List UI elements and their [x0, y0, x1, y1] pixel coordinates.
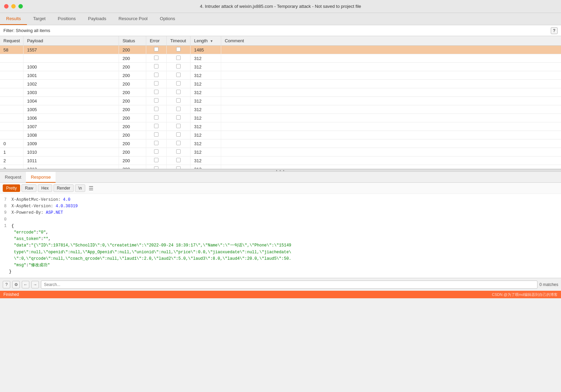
col-header-length[interactable]: Length ▼ — [191, 36, 221, 46]
format-pretty-button[interactable]: Pretty — [3, 184, 20, 192]
main-tabs: Results Target Positions Payloads Resour… — [0, 13, 561, 25]
filter-bar: Filter: Showing all items ? — [0, 25, 561, 36]
col-header-request[interactable]: Request — [0, 36, 24, 46]
table-row[interactable]: 1000200312 — [0, 63, 561, 71]
filter-text: Filter: Showing all items — [3, 28, 50, 33]
checkbox-icon — [176, 141, 181, 145]
checkbox-icon — [176, 124, 181, 128]
tab-positions[interactable]: Positions — [52, 13, 82, 25]
table-row[interactable]: 200312 — [0, 54, 561, 63]
bottom-toolbar: ? ⚙ ← → 0 matches — [0, 278, 561, 291]
results-table: Request Payload Status Error Timeout Len… — [0, 36, 561, 169]
tab-resource-pool[interactable]: Resource Pool — [112, 13, 154, 25]
tab-target[interactable]: Target — [27, 13, 51, 25]
results-table-container: Request Payload Status Error Timeout Len… — [0, 36, 561, 169]
resize-handle[interactable]: • • • — [0, 169, 561, 172]
help-toolbar-icon[interactable]: ? — [3, 281, 10, 288]
checkbox-icon — [154, 149, 158, 154]
col-header-payload[interactable]: Payload — [24, 36, 119, 46]
format-raw-button[interactable]: Raw — [21, 184, 36, 192]
table-row[interactable]: 1004200312 — [0, 97, 561, 105]
titlebar: 4. Intruder attack of weixin.jx885.com -… — [0, 0, 561, 13]
checkbox-icon — [154, 107, 158, 111]
format-render-button[interactable]: Render — [54, 184, 74, 192]
format-newline-button[interactable]: \n — [75, 184, 85, 192]
bottom-panel: Request Response Pretty Raw Hex Render \… — [0, 172, 561, 278]
code-line-9: 9 X-Powered-By: ASP.NET — [4, 210, 557, 216]
checkbox-icon — [154, 124, 158, 128]
col-header-timeout[interactable]: Timeout — [167, 36, 191, 46]
checkbox-icon — [176, 73, 181, 77]
checkbox-icon — [154, 47, 158, 51]
col-header-error[interactable]: Error — [146, 36, 167, 46]
checkbox-icon — [154, 115, 158, 120]
code-line-msg: "msg":"修改成功" — [4, 262, 557, 269]
table-row[interactable]: 5815572001485 — [0, 46, 561, 54]
code-line-7: 7 X-AspNetMvc-Version: 4.0 — [4, 197, 557, 203]
checkbox-icon — [154, 166, 158, 169]
table-body: 5815572001485200312100020031210012003121… — [0, 46, 561, 169]
tab-request[interactable]: Request — [0, 172, 26, 183]
checkbox-icon — [154, 56, 158, 60]
checkbox-icon — [176, 47, 181, 51]
tab-results[interactable]: Results — [0, 13, 27, 25]
checkbox-icon — [154, 98, 158, 103]
table-row[interactable]: 1003200312 — [0, 88, 561, 97]
col-header-comment[interactable]: Comment — [221, 36, 561, 46]
search-input[interactable] — [41, 281, 537, 289]
checkbox-icon — [154, 90, 158, 94]
col-header-status[interactable]: Status — [119, 36, 146, 46]
status-bar: Finished CSDN @为了喂md编辑器到自己的博客 — [0, 291, 561, 298]
window-title: 4. Intruder attack of weixin.jx885.com -… — [200, 4, 361, 9]
table-row[interactable]: 1006200312 — [0, 114, 561, 122]
help-button[interactable]: ? — [551, 27, 558, 34]
code-line-open-brace: 1 { — [4, 223, 557, 229]
close-button[interactable] — [4, 4, 9, 9]
checkbox-icon — [176, 107, 181, 111]
tab-options[interactable]: Options — [154, 13, 181, 25]
checkbox-icon — [176, 81, 181, 86]
code-line-8: 8 X-AspNet-Version: 4.0.30319 — [4, 203, 557, 210]
code-line-ass-token: "ass_token":"", — [4, 236, 557, 242]
code-line-blank: 0 — [4, 216, 557, 223]
checkbox-icon — [176, 149, 181, 154]
maximize-button[interactable] — [18, 4, 23, 9]
watermark-text: CSDN @为了喂md编辑器到自己的博客 — [492, 292, 558, 297]
table-row[interactable]: 1002200312 — [0, 80, 561, 88]
table-row[interactable]: 21011200312 — [0, 156, 561, 165]
format-hex-button[interactable]: Hex — [38, 184, 52, 192]
tab-response[interactable]: Response — [26, 172, 56, 183]
checkbox-icon — [176, 90, 181, 94]
checkbox-icon — [176, 64, 181, 69]
checkbox-icon — [176, 115, 181, 120]
code-line-data2: type\":null,\"openid\":null,\"App_Openid… — [4, 249, 557, 256]
checkbox-icon — [154, 141, 158, 145]
checkbox-icon — [154, 64, 158, 69]
checkbox-icon — [176, 158, 181, 162]
code-line-close-brace: } — [4, 269, 557, 275]
table-row[interactable]: 1001200312 — [0, 71, 561, 80]
code-area: 7 X-AspNetMvc-Version: 4.0 8 X-AspNet-Ve… — [0, 194, 561, 278]
table-row[interactable]: 1008200312 — [0, 131, 561, 139]
table-header-row: Request Payload Status Error Timeout Len… — [0, 36, 561, 46]
code-line-errcode: "errcode":"0", — [4, 229, 557, 236]
table-row[interactable]: 11010200312 — [0, 148, 561, 156]
checkbox-icon — [154, 81, 158, 86]
code-line-data3: \":0,\"qrcode\":null,\"coach_qrcode\":nu… — [4, 256, 557, 262]
format-bar: Pretty Raw Hex Render \n ☰ — [0, 183, 561, 194]
code-line-data: "data":"{\"ID\":197814,\"SchoolID\":0,\"… — [4, 242, 557, 249]
checkbox-icon — [176, 132, 181, 137]
status-text: Finished — [3, 292, 19, 297]
response-tabs: Request Response — [0, 172, 561, 183]
settings-icon[interactable]: ⚙ — [12, 281, 20, 288]
menu-icon[interactable]: ☰ — [89, 185, 93, 192]
minimize-button[interactable] — [11, 4, 16, 9]
table-row[interactable]: 01009200312 — [0, 139, 561, 148]
forward-icon[interactable]: → — [31, 281, 39, 288]
table-row[interactable]: 1005200312 — [0, 105, 561, 114]
table-row[interactable]: 1007200312 — [0, 122, 561, 131]
window-controls — [4, 4, 23, 9]
checkbox-icon — [154, 158, 158, 162]
back-icon[interactable]: ← — [22, 281, 29, 288]
tab-payloads[interactable]: Payloads — [82, 13, 112, 25]
